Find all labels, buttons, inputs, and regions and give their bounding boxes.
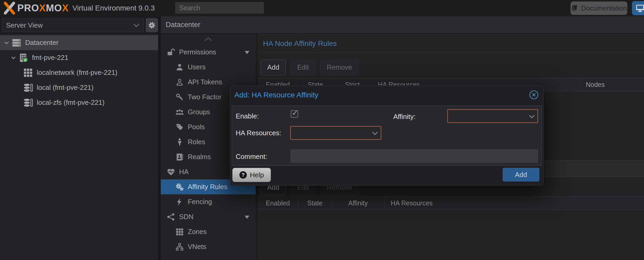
- nav-item[interactable]: Permissions: [161, 45, 256, 60]
- column-header[interactable]: HA Resources: [384, 197, 644, 209]
- nav-item-label: Users: [188, 63, 206, 71]
- column-header[interactable]: State: [298, 197, 332, 209]
- nav-item-label: Affinity Rules: [188, 183, 227, 191]
- affinity-label: Affinity:: [393, 113, 416, 121]
- key-icon: [175, 93, 184, 102]
- help-button[interactable]: ? Help: [232, 168, 271, 182]
- person-icon: [175, 138, 184, 147]
- add-button[interactable]: Add: [261, 60, 286, 75]
- nav-item-label: Fencing: [188, 198, 212, 206]
- nav-item[interactable]: VNets: [161, 239, 256, 254]
- nav-item-label: SDN: [179, 213, 194, 221]
- nav-item-label: Zones: [188, 228, 207, 236]
- tree-item[interactable]: Datacenter: [0, 35, 158, 50]
- app-header: PROXMOX Virtual Environment 9.0.3 Docume…: [0, 0, 644, 16]
- nav-item-label: Groups: [188, 108, 210, 116]
- chevron-down-icon: [133, 23, 140, 27]
- column-header[interactable]: Affinity: [332, 197, 384, 209]
- dialog-form: Enable: ✓ Affinity: HA Resources: Commen…: [232, 106, 542, 166]
- address-book-icon: [175, 153, 184, 162]
- enable-checkbox[interactable]: ✓: [291, 110, 298, 118]
- nav-item[interactable]: SDN: [161, 209, 256, 224]
- edit-button[interactable]: Edit: [291, 60, 315, 75]
- book-icon: [570, 4, 578, 12]
- view-mode-select[interactable]: Server View: [2, 18, 144, 32]
- column-header[interactable]: Nodes: [580, 78, 644, 91]
- nav-item[interactable]: Users: [161, 60, 256, 75]
- tag-icon: [175, 123, 184, 132]
- node-icon: [18, 53, 28, 63]
- chevron-down-icon: [372, 131, 378, 135]
- node-rules-toolbar: Add Edit Remove: [258, 53, 644, 78]
- comment-label: Comment:: [236, 153, 267, 161]
- console-button[interactable]: [632, 1, 644, 15]
- gears-icon: [175, 183, 184, 191]
- enable-label: Enable:: [236, 112, 259, 120]
- nav-item-label: HA: [179, 168, 189, 176]
- question-icon: ?: [239, 171, 247, 179]
- tree-item[interactable]: local-zfs (fmt-pve-221): [0, 95, 158, 110]
- tree-toolbar: Server View: [0, 16, 158, 34]
- vnet-icon: [175, 242, 184, 251]
- nav-item-label: API Tokens: [188, 78, 222, 86]
- chevron-down-icon: [529, 115, 535, 118]
- comment-input[interactable]: [290, 149, 538, 163]
- logo-text: PROXMOX: [17, 3, 69, 14]
- users-icon: [175, 108, 184, 117]
- heartbeat-icon: [167, 168, 175, 176]
- ha-resources-select[interactable]: [290, 126, 381, 140]
- ha-resources-label: HA Resources:: [236, 129, 281, 137]
- remove-button[interactable]: Remove: [320, 60, 359, 75]
- view-mode-label: Server View: [6, 21, 43, 29]
- nav-item-label: Two Factor: [188, 93, 222, 101]
- close-icon[interactable]: [529, 90, 539, 100]
- add-ha-resource-affinity-dialog: Add: HA Resource Affinity Enable: ✓ Affi…: [230, 86, 544, 185]
- help-label: Help: [250, 171, 264, 179]
- affinity-select[interactable]: [447, 109, 538, 123]
- chevron-down-icon: [3, 40, 10, 46]
- nav-item[interactable]: Fencing: [161, 194, 256, 209]
- tree-item-label: Datacenter: [25, 39, 58, 47]
- user-icon: [175, 63, 184, 72]
- search-input[interactable]: [175, 2, 264, 14]
- resource-tree: Datacenter fmt-pve-221 localnetwork (fmt…: [0, 34, 158, 260]
- dialog-title: Add: HA Resource Affinity: [230, 86, 543, 104]
- nav-item-label: Pools: [188, 123, 205, 131]
- monitor-icon: [636, 4, 644, 13]
- caret-down-icon: [245, 216, 249, 219]
- column-header[interactable]: Enabled: [258, 197, 298, 209]
- tree-item-label: fmt-pve-221: [32, 54, 68, 62]
- resource-rules-table-header: EnabledStateAffinityHA Resources: [258, 196, 644, 210]
- tree-item-label: local-zfs (fmt-pve-221): [37, 98, 105, 107]
- share-nodes-icon: [167, 212, 175, 221]
- nav-item-label: Permissions: [179, 48, 216, 56]
- documentation-button[interactable]: Documentation: [571, 2, 627, 15]
- version-subtitle: Virtual Environment 9.0.3: [72, 4, 155, 12]
- storage-icon: [23, 98, 33, 108]
- tree-item[interactable]: fmt-pve-221: [0, 50, 158, 65]
- breadcrumb: Datacenter: [166, 21, 200, 29]
- bolt-icon: [175, 197, 184, 206]
- panel-splitter[interactable]: [158, 16, 161, 260]
- caret-down-icon: [245, 51, 249, 54]
- nav-item[interactable]: Zones: [161, 224, 256, 239]
- tree-settings-button[interactable]: [146, 18, 158, 32]
- scroll-up-indicator[interactable]: [161, 34, 256, 45]
- nav-item-label: Realms: [188, 153, 211, 161]
- proxmox-app: PROXMOX Virtual Environment 9.0.3 Docume…: [0, 0, 644, 260]
- tree-item-label: local (fmt-pve-221): [37, 84, 94, 92]
- grid-icon: [175, 227, 184, 236]
- breadcrumb-bar: Datacenter: [161, 16, 644, 34]
- tree-item[interactable]: localnetwork (fmt-pve-221): [0, 65, 158, 80]
- nav-item-label: VNets: [188, 243, 206, 251]
- user-outline-icon: [175, 78, 184, 87]
- grid-icon: [23, 68, 33, 78]
- unlock-icon: [167, 48, 175, 57]
- proxmox-logo-icon: [3, 1, 16, 15]
- tree-item[interactable]: local (fmt-pve-221): [0, 80, 158, 95]
- nav-item-label: Roles: [188, 138, 205, 146]
- dialog-add-button[interactable]: Add: [503, 168, 539, 181]
- chevron-down-icon: [10, 55, 17, 61]
- gear-icon: [148, 21, 156, 29]
- checkmark: ✓: [292, 109, 298, 117]
